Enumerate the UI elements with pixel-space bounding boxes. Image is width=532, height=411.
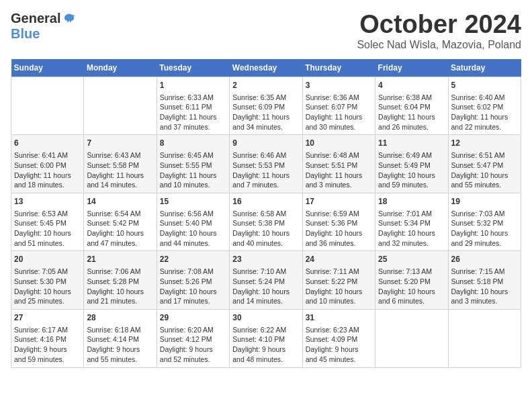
calendar-cell bbox=[448, 309, 521, 367]
calendar-cell: 17Sunrise: 6:59 AMSunset: 5:36 PMDayligh… bbox=[302, 193, 375, 251]
day-number: 8 bbox=[160, 138, 226, 149]
day-number: 4 bbox=[378, 80, 445, 91]
day-header-monday: Monday bbox=[84, 59, 157, 77]
calendar-cell: 16Sunrise: 6:58 AMSunset: 5:38 PMDayligh… bbox=[230, 193, 302, 251]
calendar-cell: 29Sunrise: 6:20 AMSunset: 4:12 PMDayligh… bbox=[157, 309, 229, 367]
day-number: 21 bbox=[87, 254, 153, 265]
month-title: October 2024 bbox=[357, 11, 521, 39]
calendar-cell: 27Sunrise: 6:17 AMSunset: 4:16 PMDayligh… bbox=[11, 309, 84, 367]
day-header-wednesday: Wednesday bbox=[230, 59, 302, 77]
day-number: 15 bbox=[160, 196, 226, 208]
calendar-cell bbox=[84, 77, 157, 135]
logo-blue-text: Blue bbox=[11, 26, 40, 42]
day-number: 5 bbox=[451, 80, 518, 91]
day-number: 10 bbox=[306, 138, 372, 149]
calendar-cell: 19Sunrise: 7:03 AMSunset: 5:32 PMDayligh… bbox=[448, 193, 521, 251]
day-number: 25 bbox=[378, 254, 445, 265]
calendar-cell: 13Sunrise: 6:53 AMSunset: 5:45 PMDayligh… bbox=[11, 193, 84, 251]
day-number: 27 bbox=[14, 312, 81, 324]
day-number: 13 bbox=[14, 196, 81, 208]
day-number: 24 bbox=[306, 254, 372, 265]
calendar-cell: 12Sunrise: 6:51 AMSunset: 5:47 PMDayligh… bbox=[448, 135, 521, 193]
calendar-cell: 5Sunrise: 6:40 AMSunset: 6:02 PMDaylight… bbox=[448, 77, 521, 135]
day-number: 11 bbox=[378, 138, 445, 149]
calendar-cell: 4Sunrise: 6:38 AMSunset: 6:04 PMDaylight… bbox=[375, 77, 448, 135]
day-number: 7 bbox=[87, 138, 153, 149]
calendar-table: SundayMondayTuesdayWednesdayThursdayFrid… bbox=[11, 59, 521, 368]
logo: General Blue bbox=[11, 11, 75, 42]
day-number: 1 bbox=[160, 80, 226, 91]
calendar-cell: 6Sunrise: 6:41 AMSunset: 6:00 PMDaylight… bbox=[11, 135, 84, 193]
day-number: 17 bbox=[306, 196, 372, 208]
calendar-cell: 22Sunrise: 7:08 AMSunset: 5:26 PMDayligh… bbox=[157, 251, 229, 310]
calendar-cell: 18Sunrise: 7:01 AMSunset: 5:34 PMDayligh… bbox=[375, 193, 448, 251]
logo-general-text: General bbox=[11, 11, 60, 26]
calendar-week-row: 27Sunrise: 6:17 AMSunset: 4:16 PMDayligh… bbox=[11, 309, 521, 367]
calendar-cell: 15Sunrise: 6:56 AMSunset: 5:40 PMDayligh… bbox=[157, 193, 229, 251]
day-number: 28 bbox=[87, 312, 153, 324]
calendar-cell: 31Sunrise: 6:23 AMSunset: 4:09 PMDayligh… bbox=[302, 309, 375, 367]
calendar-cell: 1Sunrise: 6:33 AMSunset: 6:11 PMDaylight… bbox=[157, 77, 229, 135]
calendar-week-row: 20Sunrise: 7:05 AMSunset: 5:30 PMDayligh… bbox=[11, 251, 521, 310]
day-number: 18 bbox=[378, 196, 445, 208]
calendar-cell: 10Sunrise: 6:48 AMSunset: 5:51 PMDayligh… bbox=[302, 135, 375, 193]
day-number: 26 bbox=[451, 254, 518, 265]
day-header-tuesday: Tuesday bbox=[157, 59, 229, 77]
day-header-thursday: Thursday bbox=[302, 59, 375, 77]
calendar-cell: 24Sunrise: 7:11 AMSunset: 5:22 PMDayligh… bbox=[302, 251, 375, 310]
calendar-cell: 14Sunrise: 6:54 AMSunset: 5:42 PMDayligh… bbox=[84, 193, 157, 251]
day-header-friday: Friday bbox=[375, 59, 448, 77]
calendar-cell: 20Sunrise: 7:05 AMSunset: 5:30 PMDayligh… bbox=[11, 251, 84, 310]
day-number: 31 bbox=[306, 312, 372, 324]
calendar-cell: 11Sunrise: 6:49 AMSunset: 5:49 PMDayligh… bbox=[375, 135, 448, 193]
day-number: 23 bbox=[232, 254, 299, 265]
day-number: 20 bbox=[14, 254, 81, 265]
day-number: 29 bbox=[160, 312, 226, 324]
day-number: 16 bbox=[232, 196, 299, 208]
title-section: October 2024 Solec Nad Wisla, Mazovia, P… bbox=[357, 11, 521, 51]
calendar-week-row: 1Sunrise: 6:33 AMSunset: 6:11 PMDaylight… bbox=[11, 77, 521, 135]
page-header: General Blue October 2024 Solec Nad Wisl… bbox=[11, 11, 521, 51]
day-number: 22 bbox=[160, 254, 226, 265]
calendar-cell: 7Sunrise: 6:43 AMSunset: 5:58 PMDaylight… bbox=[84, 135, 157, 193]
calendar-week-row: 13Sunrise: 6:53 AMSunset: 5:45 PMDayligh… bbox=[11, 193, 521, 251]
calendar-cell: 30Sunrise: 6:22 AMSunset: 4:10 PMDayligh… bbox=[230, 309, 302, 367]
logo-bird-icon bbox=[63, 13, 75, 25]
calendar-cell: 23Sunrise: 7:10 AMSunset: 5:24 PMDayligh… bbox=[230, 251, 302, 310]
day-number: 19 bbox=[451, 196, 518, 208]
day-header-saturday: Saturday bbox=[448, 59, 521, 77]
calendar-week-row: 6Sunrise: 6:41 AMSunset: 6:00 PMDaylight… bbox=[11, 135, 521, 193]
day-number: 6 bbox=[14, 138, 81, 149]
day-number: 14 bbox=[87, 196, 153, 208]
calendar-cell: 26Sunrise: 7:15 AMSunset: 5:18 PMDayligh… bbox=[448, 251, 521, 310]
calendar-cell: 28Sunrise: 6:18 AMSunset: 4:14 PMDayligh… bbox=[84, 309, 157, 367]
day-number: 30 bbox=[232, 312, 299, 324]
day-number: 12 bbox=[451, 138, 518, 149]
day-header-sunday: Sunday bbox=[11, 59, 84, 77]
day-number: 9 bbox=[232, 138, 299, 149]
calendar-cell: 21Sunrise: 7:06 AMSunset: 5:28 PMDayligh… bbox=[84, 251, 157, 310]
calendar-cell: 25Sunrise: 7:13 AMSunset: 5:20 PMDayligh… bbox=[375, 251, 448, 310]
calendar-cell: 9Sunrise: 6:46 AMSunset: 5:53 PMDaylight… bbox=[230, 135, 302, 193]
calendar-cell bbox=[375, 309, 448, 367]
day-number: 3 bbox=[306, 80, 372, 91]
calendar-cell bbox=[11, 77, 84, 135]
calendar-header-row: SundayMondayTuesdayWednesdayThursdayFrid… bbox=[11, 59, 521, 77]
location-text: Solec Nad Wisla, Mazovia, Poland bbox=[357, 39, 521, 51]
calendar-cell: 3Sunrise: 6:36 AMSunset: 6:07 PMDaylight… bbox=[302, 77, 375, 135]
day-number: 2 bbox=[232, 80, 299, 91]
calendar-cell: 2Sunrise: 6:35 AMSunset: 6:09 PMDaylight… bbox=[230, 77, 302, 135]
calendar-cell: 8Sunrise: 6:45 AMSunset: 5:55 PMDaylight… bbox=[157, 135, 229, 193]
